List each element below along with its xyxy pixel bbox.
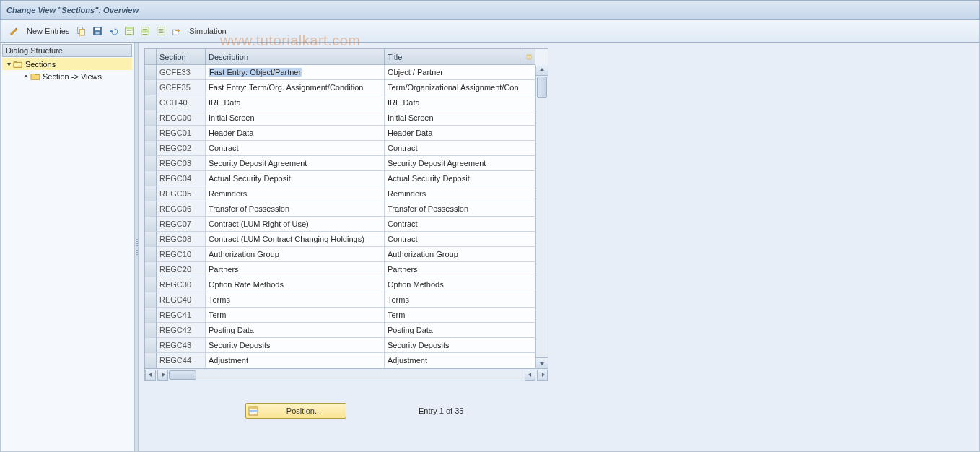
cell-description[interactable]: IRE Data [206,95,385,110]
cell-section[interactable]: REGC10 [157,247,206,262]
table-row[interactable]: REGC41TermTerm [145,308,535,323]
cell-section[interactable]: GCFE33 [157,65,206,80]
row-selector[interactable] [145,171,157,186]
row-selector[interactable] [145,292,157,308]
cell-section[interactable]: REGC04 [157,171,206,186]
row-selector[interactable] [145,80,157,95]
row-selector[interactable] [145,262,157,277]
cell-description[interactable]: Fast Entry: Term/Org. Assignment/Conditi… [206,80,385,95]
cell-section[interactable]: REGC20 [157,262,206,277]
cell-title[interactable]: Terms [385,292,535,308]
cell-description[interactable]: Initial Screen [206,110,385,126]
cell-section[interactable]: REGC07 [157,217,206,232]
hscroll-track[interactable] [168,370,525,381]
cell-section[interactable]: REGC30 [157,277,206,292]
table-row[interactable]: REGC20PartnersPartners [145,262,535,277]
cell-section[interactable]: REGC40 [157,292,206,308]
cell-description[interactable]: Authorization Group [206,247,385,262]
cell-title[interactable]: Security Deposits [385,338,535,353]
cell-section[interactable]: REGC02 [157,141,206,156]
position-button[interactable]: Position... [245,403,346,419]
table-row[interactable]: REGC10Authorization GroupAuthorization G… [145,247,535,262]
copy-as-button[interactable] [74,23,89,39]
cell-section[interactable]: REGC41 [157,308,206,323]
row-selector[interactable] [145,156,157,171]
select-block-button[interactable] [137,23,153,39]
cell-description[interactable]: Header Data [206,126,385,141]
table-row[interactable]: REGC03Security Deposit AgreementSecurity… [145,156,535,171]
cell-description[interactable]: Adjustment [206,353,385,368]
cell-description[interactable]: Transfer of Possession [206,201,385,217]
row-selector[interactable] [145,353,157,368]
cell-section[interactable]: REGC05 [157,186,206,201]
table-row[interactable]: GCIT40IRE DataIRE Data [145,95,535,110]
cell-description[interactable]: Actual Security Deposit [206,171,385,186]
table-row[interactable]: REGC40TermsTerms [145,292,535,308]
scroll-thumb[interactable] [537,77,547,98]
cell-section[interactable]: REGC08 [157,232,206,247]
undo-button[interactable] [105,23,121,39]
simulation-button[interactable]: Simulation [185,23,230,39]
cell-description[interactable]: Security Deposit Agreement [206,156,385,171]
table-row[interactable]: GCFE35Fast Entry: Term/Org. Assignment/C… [145,80,535,95]
row-selector[interactable] [145,308,157,323]
cell-section[interactable]: REGC44 [157,353,206,368]
table-row[interactable]: REGC42Posting DataPosting Data [145,323,535,338]
cell-title[interactable]: Transfer of Possession [385,201,535,217]
cell-description[interactable]: Contract (LUM Contract Changing Holdings… [206,232,385,247]
vertical-scrollbar[interactable] [535,65,548,368]
row-selector[interactable] [145,323,157,338]
cell-title[interactable]: Posting Data [385,323,535,338]
deselect-all-button[interactable] [153,23,169,39]
row-selector[interactable] [145,95,157,110]
cell-title[interactable]: Actual Security Deposit [385,171,535,186]
row-selector[interactable] [145,201,157,217]
row-select-header[interactable] [145,49,157,65]
table-row[interactable]: REGC00Initial ScreenInitial Screen [145,110,535,126]
cell-description[interactable]: Contract (LUM Right of Use) [206,217,385,232]
col-header-description[interactable]: Description [206,49,385,65]
cell-description[interactable]: Reminders [206,186,385,201]
cell-title[interactable]: Contract [385,217,535,232]
new-entries-button[interactable]: New Entries [22,23,74,39]
scroll-right-button[interactable] [157,370,168,381]
cell-title[interactable]: Term/Organizational Assignment/Con [385,80,535,95]
cell-section[interactable]: REGC43 [157,338,206,353]
row-selector[interactable] [145,126,157,141]
scroll-left-button[interactable] [145,370,156,381]
scroll-up-button[interactable] [536,65,548,76]
row-selector[interactable] [145,141,157,156]
cell-section[interactable]: REGC00 [157,110,206,126]
cell-description[interactable]: Security Deposits [206,338,385,353]
cell-description[interactable]: Fast Entry: Object/Partner [206,65,385,80]
row-selector[interactable] [145,338,157,353]
table-row[interactable]: REGC43Security DepositsSecurity Deposits [145,338,535,353]
scroll-track[interactable] [536,76,548,357]
cell-title[interactable]: Object / Partner [385,65,535,80]
cell-title[interactable]: Authorization Group [385,247,535,262]
delete-button[interactable] [89,23,105,39]
table-row[interactable]: REGC01Header DataHeader Data [145,126,535,141]
configure-columns-button[interactable] [522,49,535,65]
cell-section[interactable]: GCIT40 [157,95,206,110]
scroll-down-button[interactable] [536,357,548,368]
splitter-bar[interactable] [134,43,139,451]
collapse-toggle-icon[interactable]: ▾ [5,60,12,68]
table-row[interactable]: GCFE33Fast Entry: Object/PartnerObject /… [145,65,535,80]
change-display-button[interactable] [6,23,22,39]
scroll-right2-button[interactable] [537,370,548,381]
cell-description[interactable]: Posting Data [206,323,385,338]
table-row[interactable]: REGC44AdjustmentAdjustment [145,353,535,368]
cell-description[interactable]: Contract [206,141,385,156]
cell-title[interactable]: Term [385,308,535,323]
table-row[interactable]: REGC07Contract (LUM Right of Use)Contrac… [145,217,535,232]
col-header-title[interactable]: Title [385,49,522,65]
cell-title[interactable]: Partners [385,262,535,277]
cell-title[interactable]: Security Deposit Agreement [385,156,535,171]
table-row[interactable]: REGC02ContractContract [145,141,535,156]
select-all-button[interactable] [121,23,137,39]
cell-title[interactable]: Contract [385,141,535,156]
cell-description[interactable]: Partners [206,262,385,277]
scroll-left2-button[interactable] [525,370,535,381]
row-selector[interactable] [145,277,157,292]
